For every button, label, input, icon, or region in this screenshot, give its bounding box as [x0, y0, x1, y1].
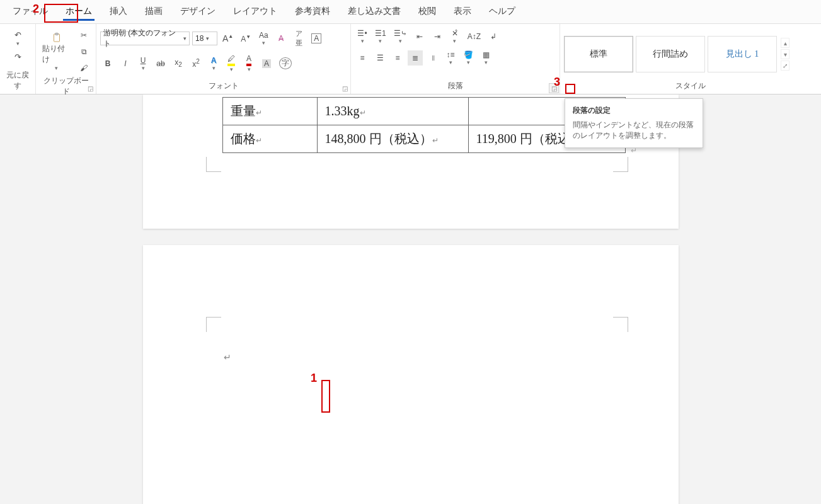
- numbering-button[interactable]: ☰1▾: [372, 28, 389, 45]
- subscript-button[interactable]: x2: [171, 56, 186, 71]
- font-launcher[interactable]: ◲: [340, 84, 349, 93]
- bullets-icon: ☰•: [357, 29, 367, 38]
- tab-help[interactable]: ヘルプ: [483, 3, 522, 21]
- annotation-number-1: 1: [311, 372, 317, 385]
- align-right-icon: ≡: [395, 54, 399, 62]
- borders-button[interactable]: ▦▾: [478, 49, 493, 67]
- style-gallery-up[interactable]: ▴: [781, 38, 789, 48]
- copy-icon: ⧉: [78, 46, 89, 57]
- font-size-select[interactable]: 18▾: [192, 32, 217, 45]
- clipboard-launcher[interactable]: ◲: [86, 84, 95, 93]
- tab-mailings[interactable]: 差し込み文書: [342, 3, 407, 21]
- format-painter-button[interactable]: 🖌: [76, 60, 92, 76]
- font-color-icon: A: [246, 54, 251, 66]
- margin-corner: [206, 157, 221, 172]
- copy-button[interactable]: ⧉: [76, 44, 92, 59]
- justify-button[interactable]: ≣: [408, 50, 423, 66]
- cell-value[interactable]: 1.33kg↵: [317, 98, 468, 125]
- align-center-icon: ☰: [377, 54, 384, 62]
- italic-button[interactable]: I: [118, 56, 133, 71]
- style-gallery-down[interactable]: ▾: [781, 49, 789, 59]
- cut-button[interactable]: ✂: [76, 28, 92, 43]
- character-shading-button[interactable]: A: [259, 56, 274, 71]
- tab-insert[interactable]: 挿入: [103, 3, 134, 21]
- text-effects-button[interactable]: A▾: [206, 55, 221, 72]
- phonetic-icon: ア亜: [296, 29, 302, 48]
- margin-corner: [613, 157, 628, 172]
- show-marks-button[interactable]: ↲: [486, 29, 501, 44]
- eraser-icon: A̶: [278, 34, 284, 43]
- document-canvas[interactable]: 重量↵ 1.33kg↵ 価格↵ 148,800 円（税込）↵ 119,800 円…: [0, 94, 821, 504]
- shrink-font-button[interactable]: A▼: [238, 31, 253, 46]
- tab-file[interactable]: ファイル: [6, 3, 54, 21]
- tab-review[interactable]: 校閲: [412, 3, 442, 21]
- tab-home[interactable]: ホーム: [59, 3, 98, 21]
- asian-layout-button[interactable]: ✕̂▾: [447, 28, 462, 45]
- style-nospace[interactable]: 行間詰め: [636, 36, 705, 72]
- font-name-select[interactable]: 游明朝 (本文のフォント▾: [100, 32, 190, 45]
- style-gallery-more[interactable]: ⤢: [781, 60, 789, 71]
- tab-layout[interactable]: レイアウト: [227, 3, 284, 21]
- sort-icon: A↕Z: [468, 32, 481, 41]
- decrease-indent-button[interactable]: ⇤: [412, 29, 427, 44]
- line-spacing-button[interactable]: ↕≡▾: [443, 49, 458, 67]
- cell-value[interactable]: 148,800 円（税込）↵: [317, 125, 468, 153]
- character-border-button[interactable]: 字: [277, 56, 294, 71]
- font-size-value: 18: [195, 34, 204, 43]
- svg-rect-1: [55, 33, 58, 35]
- align-left-button[interactable]: ≡: [355, 50, 370, 66]
- bullets-button[interactable]: ☰•▾: [355, 28, 370, 45]
- grow-font-icon: A▲: [222, 33, 233, 43]
- cell-text: 1.33kg: [325, 104, 360, 118]
- superscript-button[interactable]: x2: [188, 56, 204, 71]
- font-color-button[interactable]: A▾: [241, 53, 256, 74]
- change-case-button[interactable]: Aa▾: [256, 30, 271, 47]
- tab-design[interactable]: デザイン: [174, 3, 222, 21]
- bold-button[interactable]: B: [100, 56, 115, 71]
- enclose-icon: A: [311, 33, 321, 43]
- tab-references[interactable]: 参考資料: [289, 3, 336, 21]
- paragraph-launcher-tooltip: 段落の設定 間隔やインデントなど、現在の段落のレイアウトを調整します。: [565, 98, 703, 148]
- distributed-icon: ⫴: [432, 54, 435, 62]
- bold-icon: B: [105, 59, 111, 68]
- numbering-icon: ☰1: [375, 29, 386, 38]
- phonetic-guide-button[interactable]: ア亜: [291, 28, 306, 49]
- multilevel-list-button[interactable]: ☰⤷▾: [391, 28, 410, 45]
- group-undo: ↶▾ ↷ 元に戻す: [0, 24, 35, 94]
- align-right-button[interactable]: ≡: [390, 50, 405, 66]
- cell-text: 148,800 円（税込）: [325, 132, 432, 146]
- cell-label[interactable]: 重量↵: [222, 98, 317, 125]
- line-spacing-icon: ↕≡: [446, 50, 454, 59]
- tab-draw[interactable]: 描画: [139, 3, 169, 21]
- clear-formatting-button[interactable]: A̶: [273, 31, 289, 46]
- enclose-characters-button[interactable]: A: [309, 31, 324, 46]
- strikethrough-button[interactable]: ab: [153, 56, 168, 71]
- page-2: ↵: [143, 245, 679, 504]
- group-paragraph-label: 段落: [355, 81, 556, 93]
- align-center-button[interactable]: ☰: [372, 50, 388, 66]
- style-heading1[interactable]: 見出し 1: [708, 36, 777, 72]
- distributed-button[interactable]: ⫴: [425, 50, 440, 66]
- increase-indent-button[interactable]: ⇥: [430, 29, 445, 44]
- style-normal[interactable]: 標準: [564, 36, 633, 72]
- paste-button[interactable]: 貼り付け ▾: [40, 31, 73, 72]
- cell-label[interactable]: 価格↵: [222, 125, 317, 153]
- cell-text: 価格: [231, 132, 256, 146]
- sort-button[interactable]: A↕Z: [465, 29, 483, 44]
- shading-button[interactable]: 🪣▾: [461, 49, 476, 67]
- group-font: 游明朝 (本文のフォント▾ 18▾ A▲ A▼ Aa▾ A̶ ア亜 A B I …: [96, 24, 350, 94]
- highlight-icon: 🖊: [227, 54, 235, 66]
- undo-button[interactable]: ↶▾: [9, 28, 26, 48]
- shrink-font-icon: A▼: [241, 34, 251, 43]
- asian-layout-icon: ✕̂: [452, 29, 458, 38]
- underline-button[interactable]: U▾: [135, 55, 151, 72]
- cell-text: 重量: [231, 104, 256, 118]
- ribbon: ↶▾ ↷ 元に戻す 貼り付け ▾ ✂ ⧉ 🖌 クリップボード ◲: [0, 24, 821, 94]
- highlight-button[interactable]: 🖊▾: [224, 53, 239, 74]
- annotation-number-3: 3: [554, 76, 560, 89]
- redo-button[interactable]: ↷: [9, 49, 26, 64]
- grow-font-button[interactable]: A▲: [220, 31, 236, 46]
- tab-view[interactable]: 表示: [447, 3, 478, 21]
- justify-icon: ≣: [412, 54, 418, 62]
- shading-icon: 🪣: [464, 50, 473, 59]
